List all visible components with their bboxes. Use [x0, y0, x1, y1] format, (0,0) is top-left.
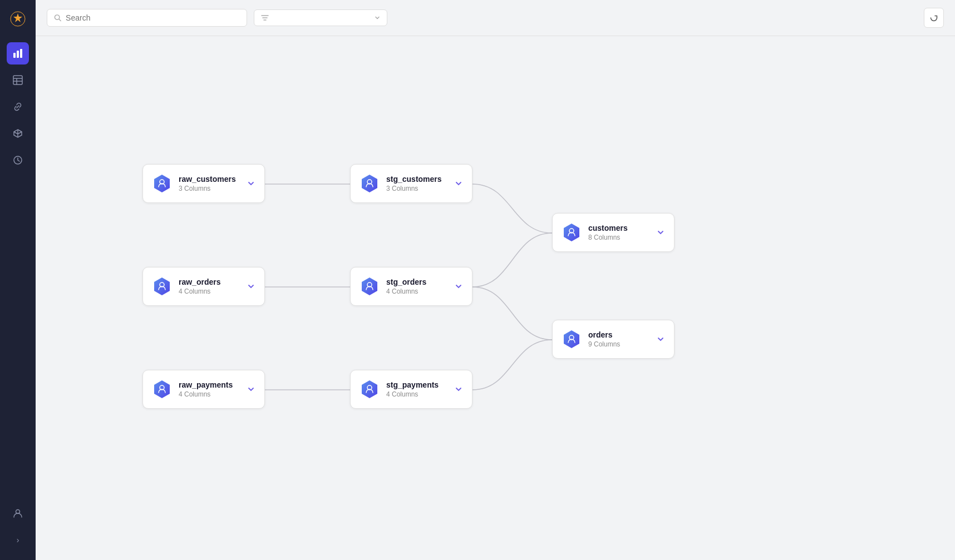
chevron-down-icon [375, 15, 380, 21]
node-info-customers: customers 8 Columns [588, 224, 649, 241]
sidebar-item-chart[interactable] [7, 42, 29, 65]
sidebar-item-clock[interactable] [7, 149, 29, 171]
node-columns-stg_orders: 4 Columns [386, 288, 447, 295]
search-input[interactable] [66, 13, 240, 22]
node-icon-raw_payments [152, 379, 172, 399]
connection-stg_orders-customers [472, 233, 552, 287]
node-columns-stg_customers: 3 Columns [386, 185, 447, 192]
topbar [36, 0, 955, 36]
node-name-stg_payments: stg_payments [386, 380, 447, 389]
node-info-raw_customers: raw_customers 3 Columns [179, 175, 240, 192]
node-info-orders: orders 9 Columns [588, 330, 649, 348]
node-icon-raw_customers [152, 174, 172, 194]
node-stg_payments[interactable]: stg_payments 4 Columns [350, 370, 472, 409]
filter-icon [261, 14, 269, 22]
node-chevron-customers[interactable] [656, 228, 665, 237]
node-icon-customers [562, 222, 582, 242]
node-raw_orders[interactable]: raw_orders 4 Columns [142, 267, 265, 306]
node-chevron-stg_orders[interactable] [454, 282, 463, 291]
node-chevron-stg_customers[interactable] [454, 179, 463, 188]
filter-dropdown[interactable] [254, 9, 387, 26]
node-columns-customers: 8 Columns [588, 234, 649, 241]
search-box[interactable] [47, 9, 247, 27]
node-icon-stg_customers [360, 174, 380, 194]
svg-rect-1 [13, 53, 16, 58]
node-name-customers: customers [588, 224, 649, 232]
node-name-stg_customers: stg_customers [386, 175, 447, 184]
node-info-stg_customers: stg_customers 3 Columns [386, 175, 447, 192]
node-name-raw_customers: raw_customers [179, 175, 240, 184]
node-name-raw_payments: raw_payments [179, 380, 240, 389]
node-chevron-orders[interactable] [656, 335, 665, 344]
connection-stg_orders-orders [472, 287, 552, 340]
node-icon-orders [562, 329, 582, 349]
node-columns-raw_orders: 4 Columns [179, 288, 240, 295]
node-info-raw_orders: raw_orders 4 Columns [179, 277, 240, 295]
sidebar-item-link[interactable] [7, 96, 29, 118]
node-orders[interactable]: orders 9 Columns [552, 320, 675, 359]
connection-stg_customers-customers [472, 184, 552, 233]
sidebar-item-table[interactable] [7, 69, 29, 91]
svg-rect-3 [20, 49, 22, 58]
sidebar: › [0, 0, 36, 560]
main-area: raw_customers 3 Columns stg_customers 3 … [36, 0, 955, 560]
svg-rect-2 [17, 51, 19, 58]
sidebar-expand-button[interactable]: › [7, 529, 29, 551]
refresh-icon [929, 13, 938, 22]
node-chevron-raw_orders[interactable] [247, 282, 255, 291]
node-raw_payments[interactable]: raw_payments 4 Columns [142, 370, 265, 409]
node-name-raw_orders: raw_orders [179, 277, 240, 286]
lineage-canvas: raw_customers 3 Columns stg_customers 3 … [36, 36, 955, 560]
node-customers[interactable]: customers 8 Columns [552, 213, 675, 252]
sidebar-item-cube[interactable] [7, 122, 29, 145]
node-chevron-stg_payments[interactable] [454, 385, 463, 394]
svg-rect-4 [13, 76, 22, 85]
node-columns-raw_payments: 4 Columns [179, 390, 240, 398]
node-columns-raw_customers: 3 Columns [179, 185, 240, 192]
app-logo [8, 9, 28, 29]
node-name-stg_orders: stg_orders [386, 277, 447, 286]
node-chevron-raw_payments[interactable] [247, 385, 255, 394]
node-info-stg_orders: stg_orders 4 Columns [386, 277, 447, 295]
node-columns-stg_payments: 4 Columns [386, 390, 447, 398]
node-info-raw_payments: raw_payments 4 Columns [179, 380, 240, 398]
node-chevron-raw_customers[interactable] [247, 179, 255, 188]
refresh-button[interactable] [924, 8, 944, 28]
connection-stg_payments-orders [472, 340, 552, 390]
node-icon-stg_payments [360, 379, 380, 399]
node-icon-stg_orders [360, 276, 380, 296]
sidebar-bottom: › [7, 502, 29, 551]
node-info-stg_payments: stg_payments 4 Columns [386, 380, 447, 398]
node-columns-orders: 9 Columns [588, 340, 649, 348]
node-name-orders: orders [588, 330, 649, 339]
node-stg_orders[interactable]: stg_orders 4 Columns [350, 267, 472, 306]
node-stg_customers[interactable]: stg_customers 3 Columns [350, 164, 472, 203]
node-raw_customers[interactable]: raw_customers 3 Columns [142, 164, 265, 203]
search-icon [54, 14, 61, 22]
node-icon-raw_orders [152, 276, 172, 296]
sidebar-item-user[interactable] [7, 502, 29, 524]
